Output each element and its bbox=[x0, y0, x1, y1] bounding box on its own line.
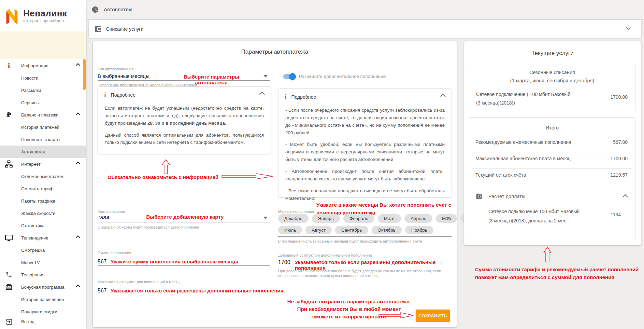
sidebar-item-label: Новости bbox=[21, 76, 38, 81]
brand-name: Невалинк bbox=[23, 9, 67, 18]
month-chip[interactable]: Ноябрь bbox=[405, 226, 433, 234]
sidebar-item-label: Автоплатёж bbox=[21, 149, 46, 154]
totals-box: Итого Рекомендуемые ежемесячные пополнен… bbox=[469, 117, 635, 240]
type-select-arrow-icon[interactable] bbox=[263, 75, 268, 78]
sidebar-item-label: Баланс и платежи bbox=[21, 112, 58, 118]
visa-logo[interactable]: VISA bbox=[99, 215, 110, 220]
month-chip[interactable]: Август bbox=[305, 226, 332, 234]
chevron-up-icon[interactable] bbox=[259, 92, 265, 95]
sidebar-item-label: Пакеты трафика bbox=[21, 198, 55, 204]
info-panel-left: i Подробнее Если автоплатёж не будет усп… bbox=[98, 86, 271, 154]
totals-row-label: Максимальная абонентская плата в месяц bbox=[475, 156, 571, 161]
months-row-2: ИюльАвгустСентябрьОктябрьНоябрь bbox=[278, 226, 433, 234]
sidebar-item-label: Информация bbox=[21, 63, 48, 68]
chevron-up-icon[interactable] bbox=[440, 94, 446, 97]
target-input[interactable]: 1700 bbox=[278, 259, 290, 265]
clock-icon bbox=[91, 6, 99, 13]
sidebar-item[interactable]: История начислений bbox=[0, 293, 86, 305]
sidebar-menu: iИнформацияНовостиРассылкиСервисы₽Баланс… bbox=[0, 59, 86, 314]
amount-input[interactable]: 567 bbox=[98, 259, 107, 265]
sidebar-item[interactable]: История платежей bbox=[0, 121, 86, 133]
months-label: Месяцы пополнения bbox=[278, 209, 314, 214]
months-underline bbox=[278, 236, 452, 237]
month-chip[interactable]: Апрель bbox=[404, 214, 432, 223]
amount-underline bbox=[98, 265, 270, 266]
sidebar-item[interactable]: Телефония bbox=[0, 269, 86, 281]
card-helper: С выбранной карты будут производиться ав… bbox=[98, 225, 199, 229]
sidebar-accent-band bbox=[0, 31, 86, 59]
page-header: Автоплатёж bbox=[86, 0, 644, 19]
screen: Невалинк интернет-провайдер iИнформацияН… bbox=[0, 0, 644, 329]
card-title: Параметры автоплатежа bbox=[93, 49, 457, 55]
card-underline bbox=[98, 222, 270, 222]
card-select-arrow-icon[interactable] bbox=[263, 217, 268, 219]
sidebar-item[interactable]: Новости bbox=[0, 72, 86, 84]
save-button[interactable]: СОХРАНИТЬ bbox=[416, 310, 450, 322]
logo[interactable]: Невалинк интернет-провайдер bbox=[0, 0, 86, 31]
sidebar-item[interactable]: Смотрёшка bbox=[0, 244, 86, 256]
network-icon bbox=[4, 160, 13, 168]
month-chip[interactable]: Январь bbox=[312, 214, 340, 223]
sidebar-scrollbar-thumb[interactable] bbox=[83, 59, 86, 90]
month-chip[interactable]: Февраль bbox=[343, 214, 374, 223]
sidebar-item[interactable]: iИнформация bbox=[0, 59, 86, 72]
red-up-arrow-services bbox=[543, 246, 552, 263]
sidebar-item[interactable]: Moovi TV bbox=[0, 256, 86, 269]
sidebar-item[interactable]: Статистика bbox=[0, 219, 86, 232]
month-chip[interactable]: Июль bbox=[278, 226, 302, 234]
row-divider bbox=[473, 152, 632, 152]
info-icon: i bbox=[285, 94, 287, 100]
chevron-up-icon bbox=[75, 112, 81, 115]
seasonal-value: 1700.00 bbox=[610, 94, 628, 100]
amount-annotation: Укажите сумму пополнения в выбранные мес… bbox=[111, 259, 238, 264]
card-field-label: Карта списания bbox=[98, 209, 125, 214]
red-right-arrow bbox=[221, 172, 274, 180]
extra-topup-toggle-label: Разрешить дополнительное пополнение bbox=[299, 74, 386, 79]
sidebar-item[interactable]: Сменить тариф bbox=[0, 182, 86, 195]
surcharge-title: Расчёт доплаты bbox=[488, 194, 525, 199]
sidebar-item[interactable]: Бонусная программа bbox=[0, 281, 86, 293]
sidebar-item[interactable]: Рассылки bbox=[0, 84, 86, 96]
sidebar-item[interactable]: ₽Баланс и платежи bbox=[0, 109, 86, 121]
month-chip[interactable]: Декабрь bbox=[278, 214, 309, 223]
sidebar-item[interactable]: Подарки и скидки bbox=[0, 305, 86, 314]
month-chip[interactable]: Сентябрь bbox=[335, 226, 368, 234]
info-right-paragraph-2: - Может быть удобной, если Вы пользуетес… bbox=[285, 141, 445, 163]
info-right-paragraph-4: - Все такие пополнения попадают в очеред… bbox=[285, 187, 445, 202]
sidebar-item[interactable]: Интернет bbox=[0, 158, 86, 170]
max-input[interactable]: 567 bbox=[98, 288, 107, 294]
sidebar-item[interactable]: Телевидение bbox=[0, 232, 86, 244]
service-description-bar[interactable]: Описание услуги bbox=[89, 20, 641, 38]
sidebar-item[interactable]: Жажда скорости bbox=[0, 207, 86, 219]
surcharge-header: Расчёт доплаты bbox=[475, 193, 525, 200]
type-select[interactable]: В выбранные месяцы bbox=[98, 73, 149, 79]
sidebar-item-label: Телевидение bbox=[21, 235, 48, 241]
sidebar-item[interactable]: Пакеты трафика bbox=[0, 195, 86, 207]
month-chip[interactable]: Октябрь bbox=[372, 226, 402, 234]
months-row-1: ДекабрьЯнварьФевральМартАпрельМайИюнь bbox=[278, 214, 485, 223]
chevron-up-icon[interactable] bbox=[622, 194, 628, 198]
sidebar-item-logout[interactable]: Выход bbox=[0, 314, 86, 329]
chevron-up-icon bbox=[75, 284, 81, 288]
chevron-down-icon[interactable] bbox=[626, 27, 631, 30]
card-annotation: Выберите добавленную карту bbox=[141, 214, 229, 220]
target-field-label: Доводимый остаток при дополнительном поп… bbox=[278, 253, 372, 257]
max-annotation: Указывается только если разрешены дополн… bbox=[111, 288, 283, 293]
sidebar-item[interactable]: Пополнить с карты bbox=[0, 133, 86, 146]
target-helper: При дополнительном пополнении баланс буд… bbox=[278, 269, 441, 278]
tv-icon bbox=[4, 233, 13, 242]
totals-row-value: 1700.00 bbox=[610, 156, 628, 161]
row-divider bbox=[473, 168, 632, 169]
totals-row-value: 567.00 bbox=[613, 139, 628, 145]
month-chip[interactable]: Март bbox=[378, 214, 401, 223]
months-dropdown-arrow-icon[interactable] bbox=[446, 217, 450, 219]
extra-topup-toggle[interactable] bbox=[283, 74, 295, 79]
sidebar-item[interactable]: Сервисы bbox=[0, 96, 86, 109]
ruble-icon: ₽ bbox=[4, 110, 13, 119]
sidebar-item[interactable]: Отложенный платёж bbox=[0, 170, 86, 182]
info-icon: i bbox=[4, 61, 13, 70]
wallet-icon bbox=[94, 25, 102, 33]
chevron-up-icon bbox=[75, 161, 81, 165]
sidebar-item-label: Подарки и скидки bbox=[21, 309, 57, 314]
sidebar-item[interactable]: Автоплатёж bbox=[0, 146, 86, 158]
